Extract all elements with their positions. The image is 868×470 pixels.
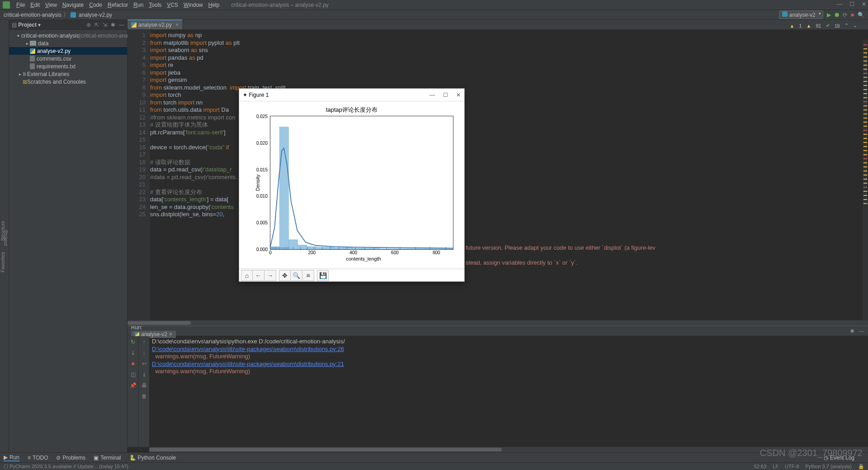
run-with-coverage-button[interactable]: ⟳ [843,12,847,18]
figure-close-icon[interactable]: ✕ [456,92,461,98]
figure-minimize-icon[interactable]: — [429,92,435,98]
menu-code[interactable]: Code [86,2,105,8]
pan-icon[interactable]: ✥ [279,270,291,281]
breadcrumb-project[interactable]: critical-emotion-analysis [4,12,61,18]
line-separator[interactable]: LF [773,464,778,470]
minimize-button[interactable]: — [837,1,842,7]
svg-rect-6 [325,247,334,249]
chart-title: taptap评论长度分布 [246,106,457,114]
event-log-button[interactable]: ◷ Event Log [824,455,854,461]
favorites-tool-label[interactable]: Favorites [0,252,5,272]
menu-file[interactable]: File [14,2,28,8]
menu-run[interactable]: Run [131,2,146,8]
expand-all-icon[interactable]: ⇱ [94,22,99,28]
layout-icon[interactable]: ◫ [131,371,136,378]
chart-svg [270,116,453,249]
pin-icon[interactable]: 📌 [130,382,137,389]
status-bar: ☐ PyCharm 2020.3.5 available // Update..… [0,462,868,470]
settings-icon[interactable]: ✱ [111,22,115,28]
terminal-tab-button[interactable]: ▣ Terminal [94,455,121,461]
run-config-selector[interactable]: analyse-v2 [779,10,823,19]
debug-button[interactable]: ⬢ [835,12,839,18]
close-button[interactable]: ✕ [862,1,866,7]
run-tab-button[interactable]: ▶ Run [4,454,19,461]
run-hide-icon[interactable]: — [859,328,864,334]
rerun-icon[interactable]: ↻ [131,339,135,345]
project-tree[interactable]: ▾critical-emotion-analysis [critical-emo… [9,30,127,87]
run-settings-icon[interactable]: ✱ [850,328,854,334]
weak-warning-icon: ▲ [807,23,811,28]
structure-tool-label[interactable]: Structure [0,221,5,241]
soft-wrap-icon[interactable]: ↩ [142,361,146,367]
menu-window[interactable]: Window [181,2,206,8]
subplots-icon[interactable]: ≡ [302,270,314,281]
forward-icon[interactable]: → [264,270,276,281]
close-tab-icon[interactable]: × [175,22,179,28]
svg-rect-12 [380,249,389,249]
figure-canvas: taptap评论长度分布 Density 0.0000.0050.0100.01… [239,101,464,269]
menu-vcs[interactable]: VCS [164,2,181,8]
svg-rect-5 [316,247,325,249]
bottom-tool-tabs: ▶ Run ≡ TODO ⊘ Problems ▣ Terminal 🐍 Pyt… [0,452,868,462]
down-icon[interactable]: ↓ [143,350,146,356]
breadcrumb-file[interactable]: analyse-v2.py [79,12,112,18]
svg-rect-11 [371,248,380,249]
navigation-bar: critical-emotion-analysis 〉 analyse-v2.p… [0,10,868,20]
status-message[interactable]: PyCharm 2020.3.5 available // Update... … [9,464,128,469]
menu-navigate[interactable]: Navigate [60,2,86,8]
error-stripe[interactable] [863,40,868,320]
warning-icon: ▲ [790,23,795,28]
up-icon[interactable]: ↑ [143,339,146,345]
interpreter[interactable]: Python 3.7 (analysis) [805,464,852,470]
clear-icon[interactable]: 🗑 [142,393,147,399]
app-logo [3,1,10,9]
run-tool-window: Run: analyse-v2 × ✱ — ↻ ⤓ ■ ◫ 📌 ↑ [127,326,868,452]
search-everywhere-button[interactable]: 🔍 [858,12,864,18]
back-icon[interactable]: ← [253,270,264,281]
locate-icon[interactable]: ⊕ [86,22,91,28]
figure-maximize-icon[interactable]: ☐ [443,92,448,98]
console-hscrollbar[interactable] [149,447,868,452]
editor-hscrollbar[interactable] [127,320,868,326]
python-file-icon [71,12,76,18]
caret-position[interactable]: 52:63 [754,464,767,470]
lock-icon[interactable]: 🔒 [858,464,864,470]
svg-rect-3 [298,245,307,249]
chart-ylabel: Density [255,175,260,191]
zoom-icon[interactable]: 🔍 [291,270,302,281]
python-console-tab-button[interactable]: 🐍 Python Console [129,455,176,461]
figure-toolbar: ⌂ ← → ✥ 🔍 ≡ 💾 [239,269,464,281]
svg-rect-16 [416,249,425,249]
menu-view[interactable]: View [42,2,60,8]
run-left-toolbar: ↻ ⤓ ■ ◫ 📌 [127,336,138,447]
menu-refactor[interactable]: Refactor [105,2,131,8]
menu-edit[interactable]: Edit [28,2,42,8]
inspection-widget[interactable]: ▲1 ▲91 ✔16 ⌃⌄ [790,23,857,28]
console-output[interactable]: D:\code\conda\envs\analysis\python.exe D… [149,336,868,447]
figure-window[interactable]: ✦ Figure 1 — ☐ ✕ taptap评论长度分布 Density 0.… [239,88,465,282]
stop-button[interactable]: ■ [851,12,854,18]
hide-icon[interactable]: — [119,22,124,28]
file-encoding[interactable]: UTF-8 [785,464,799,470]
svg-rect-19 [444,249,453,249]
print-icon[interactable]: 🖶 [142,382,147,389]
collapse-all-icon[interactable]: ⇲ [103,22,107,28]
save-icon[interactable]: 💾 [317,270,329,281]
todo-tab-button[interactable]: ≡ TODO [28,455,48,461]
left-sidebar-bottom: Structure Favorites [0,210,9,283]
window-title: critical-emotion-analysis – analyse-v2.p… [231,2,328,8]
svg-rect-10 [362,248,371,249]
run-button[interactable]: ▶ [827,12,831,18]
editor-tab-active[interactable]: analyse-v2.py × [127,19,182,29]
problems-tab-button[interactable]: ⊘ Problems [56,455,85,461]
menu-help[interactable]: Help [206,2,222,8]
scroll-end-icon[interactable]: ⤓ [142,371,146,378]
maximize-button[interactable]: ☐ [849,1,854,7]
stop-run-icon[interactable]: ■ [131,361,134,367]
menu-tools[interactable]: Tools [146,2,164,8]
svg-rect-1 [279,127,288,249]
project-panel-header: ▤ Project ▾ ⊕ ⇱ ⇲ ✱ — [9,20,127,30]
run-actions-icon[interactable]: ⤓ [131,350,135,356]
home-icon[interactable]: ⌂ [241,270,253,281]
figure-titlebar[interactable]: ✦ Figure 1 — ☐ ✕ [239,89,464,101]
